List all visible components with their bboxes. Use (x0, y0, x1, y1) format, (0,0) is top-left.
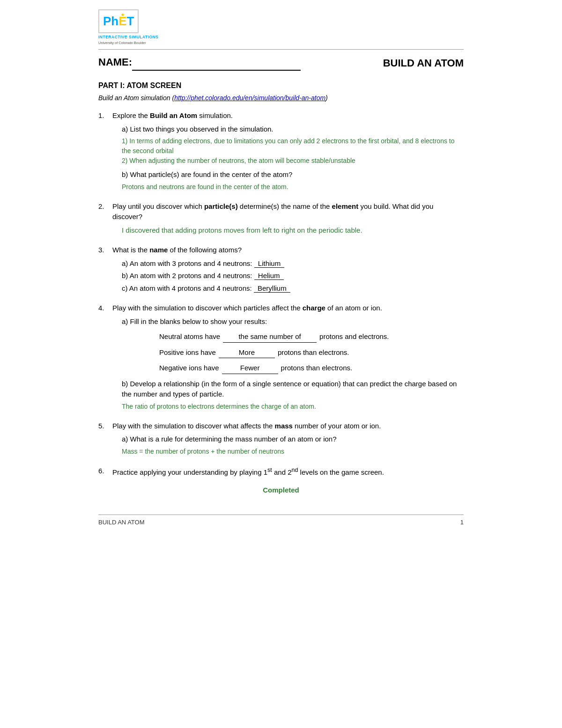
q3-sub-answers: a) An atom with 3 protons and 4 neutrons… (122, 258, 464, 294)
logo-container: Ph E T INTERACTIVE SIMULATIONS Universit… (98, 9, 158, 45)
q1-answer2: 2) When adjusting the number of neutrons… (122, 156, 464, 166)
logo-e: E (118, 14, 126, 28)
q3-sub-a-text: a) An atom with 3 protons and 4 neutrons… (122, 259, 254, 267)
q6-sup1: st (267, 467, 272, 473)
q2-bold1: particle(s) (204, 202, 238, 210)
q4-fill3-answer: Fewer (222, 363, 278, 374)
part1-link-text: Build an Atom simulation (98, 94, 170, 102)
q4-fill1-line: Neutral atoms have the same number of pr… (159, 331, 464, 343)
page-header: Ph E T INTERACTIVE SIMULATIONS Universit… (98, 9, 464, 50)
q4-fill2-answer: More (219, 347, 275, 359)
q2-num: 2. (98, 201, 112, 212)
q5-sub-a-block: a) What is a rule for determining the ma… (122, 434, 464, 456)
part1-title: PART I: ATOM SCREEN (98, 80, 464, 91)
question-1: 1. Explore the Build an Atom simulation.… (98, 110, 464, 192)
q5-sub-a-answer: Mass = the number of protons + the numbe… (122, 447, 464, 456)
name-underline (132, 54, 301, 71)
name-label: NAME: (98, 56, 132, 68)
q3-sub-c-text: c) An atom with 4 protons and 4 neutrons… (122, 284, 254, 292)
logo-university: University of Colorado Boulder (98, 40, 146, 45)
part1-link-url[interactable]: http://phet.colorado.edu/en/simulation/b… (174, 94, 325, 102)
q4-sub-b-block: b) Develop a relationship (in the form o… (122, 379, 464, 412)
q4-sub-a-label: a) Fill in the blanks below to show your… (122, 316, 464, 327)
q4-sub-a-block: a) Fill in the blanks below to show your… (122, 316, 464, 374)
doc-title: BUILD AN ATOM (383, 55, 464, 71)
q4-row: 4. Play with the simulation to discover … (98, 303, 464, 314)
footer-left: BUILD AN ATOM (98, 518, 145, 527)
q3-num: 3. (98, 245, 112, 256)
q5-text: Play with the simulation to discover wha… (112, 421, 464, 432)
q6-row: 6. Practice applying your understanding … (98, 466, 464, 478)
logo-e-wrapper: E (118, 12, 126, 30)
question-4: 4. Play with the simulation to discover … (98, 303, 464, 412)
q3-row: 3. What is the name of the following ato… (98, 245, 464, 256)
footer-right: 1 (460, 518, 464, 527)
q3-sub-c: c) An atom with 4 protons and 4 neutrons… (122, 283, 464, 294)
part1-block: PART I: ATOM SCREEN Build an Atom simula… (98, 80, 464, 103)
logo-ph: Ph (103, 12, 118, 30)
q4-sub-b-label: b) Develop a relationship (in the form o… (122, 379, 464, 400)
q2-text: Play until you discover which particle(s… (112, 201, 464, 222)
q4-sub-b-answer: The ratio of protons to electrons determ… (122, 402, 464, 412)
page-footer: BUILD AN ATOM 1 (98, 515, 464, 527)
q4-fill2-before: Positive ions have (159, 347, 216, 358)
q6-sup2: nd (292, 467, 298, 473)
q1-sub-b-answer: Protons and neutrons are found in the ce… (122, 182, 464, 192)
name-title-row: NAME: BUILD AN ATOM (98, 54, 464, 71)
q6-num: 6. (98, 466, 112, 477)
q1-bold: Build an Atom (150, 111, 197, 119)
q3-sub-c-answer: Beryllium (254, 284, 290, 293)
logo-t: T (127, 12, 134, 30)
q3-sub-a: a) An atom with 3 protons and 4 neutrons… (122, 258, 464, 269)
question-3: 3. What is the name of the following ato… (98, 245, 464, 294)
q2-answer-text: I discovered that adding protons moves f… (122, 226, 362, 234)
q5-num: 5. (98, 421, 112, 432)
q1-sub-b: b) What particle(s) are found in the cen… (122, 169, 464, 192)
q4-bold: charge (303, 304, 325, 312)
q4-fill3-before: Negative ions have (159, 363, 219, 374)
q3-sub-a-answer: Lithium (254, 259, 285, 268)
q3-sub-b-answer: Helium (254, 272, 284, 280)
page-container: Ph E T INTERACTIVE SIMULATIONS Universit… (70, 0, 492, 728)
q4-fill2-line: Positive ions have More protons than ele… (159, 347, 464, 359)
q6-completed: Completed (98, 485, 464, 496)
logo-interactive-simulations: INTERACTIVE SIMULATIONS (98, 34, 158, 40)
q4-fill1-before: Neutral atoms have (159, 331, 220, 342)
q2-answer: I discovered that adding protons moves f… (122, 225, 464, 236)
q3-sub-b: b) An atom with 2 protons and 4 neutrons… (122, 271, 464, 281)
q1-row: 1. Explore the Build an Atom simulation. (98, 110, 464, 121)
q1-text: Explore the Build an Atom simulation. (112, 110, 464, 121)
question-2: 2. Play until you discover which particl… (98, 201, 464, 236)
q1-sub-b-label: b) What particle(s) are found in the cen… (122, 169, 464, 180)
q4-fill3-line: Negative ions have Fewer protons than el… (159, 363, 464, 374)
question-6: 6. Practice applying your understanding … (98, 466, 464, 496)
name-field: NAME: (98, 54, 301, 71)
q5-sub-a-label: a) What is a rule for determining the ma… (122, 434, 464, 445)
q1-sub-a: a) List two things you observed in the s… (122, 124, 464, 166)
q4-num: 4. (98, 303, 112, 314)
q1-sub-a-label: a) List two things you observed in the s… (122, 124, 464, 135)
q4-text: Play with the simulation to discover whi… (112, 303, 464, 314)
part1-link-paren-close: ) (325, 94, 328, 102)
part1-link-line: Build an Atom simulation (http://phet.co… (98, 93, 464, 103)
q5-row: 5. Play with the simulation to discover … (98, 421, 464, 432)
q1-num: 1. (98, 110, 112, 121)
q2-row: 2. Play until you discover which particl… (98, 201, 464, 222)
q1-answer1: 1) In terms of adding electrons, due to … (122, 136, 464, 156)
q2-bold2: element (332, 202, 359, 210)
q5-bold: mass (275, 422, 293, 430)
question-5: 5. Play with the simulation to discover … (98, 421, 464, 456)
q4-fill1-answer: the same number of (223, 331, 317, 343)
q4-fill3-after: protons than electrons. (281, 363, 353, 374)
q3-bold: name (149, 246, 168, 254)
q3-text: What is the name of the following atoms? (112, 245, 464, 256)
q6-text: Practice applying your understanding by … (112, 466, 464, 478)
q4-fill1-after: protons and electrons. (319, 331, 389, 342)
q4-fill2-after: protons than electrons. (278, 347, 349, 358)
logo-dot (121, 14, 124, 16)
q3-sub-b-text: b) An atom with 2 protons and 4 neutrons… (122, 272, 254, 279)
